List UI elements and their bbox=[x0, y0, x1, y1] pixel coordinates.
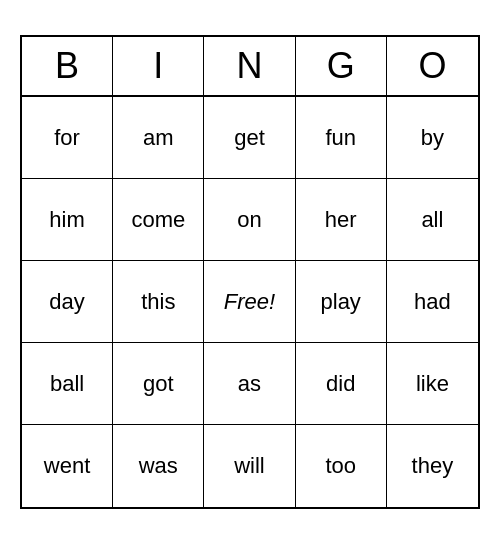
header-letter-i: I bbox=[113, 37, 204, 95]
bingo-cell-r2-c2: Free! bbox=[204, 261, 295, 343]
bingo-cell-r1-c2: on bbox=[204, 179, 295, 261]
bingo-cell-r3-c4: like bbox=[387, 343, 478, 425]
bingo-cell-r2-c4: had bbox=[387, 261, 478, 343]
bingo-cell-r2-c1: this bbox=[113, 261, 204, 343]
bingo-cell-r2-c0: day bbox=[22, 261, 113, 343]
bingo-cell-r1-c1: come bbox=[113, 179, 204, 261]
bingo-cell-r4-c2: will bbox=[204, 425, 295, 507]
bingo-cell-r1-c4: all bbox=[387, 179, 478, 261]
bingo-cell-r0-c3: fun bbox=[296, 97, 387, 179]
header-letter-o: O bbox=[387, 37, 478, 95]
header-letter-g: G bbox=[296, 37, 387, 95]
bingo-cell-r4-c1: was bbox=[113, 425, 204, 507]
bingo-header: BINGO bbox=[22, 37, 478, 97]
bingo-cell-r3-c0: ball bbox=[22, 343, 113, 425]
header-letter-b: B bbox=[22, 37, 113, 95]
bingo-cell-r3-c3: did bbox=[296, 343, 387, 425]
bingo-cell-r1-c0: him bbox=[22, 179, 113, 261]
bingo-cell-r3-c2: as bbox=[204, 343, 295, 425]
bingo-cell-r0-c4: by bbox=[387, 97, 478, 179]
bingo-cell-r4-c4: they bbox=[387, 425, 478, 507]
bingo-cell-r0-c1: am bbox=[113, 97, 204, 179]
bingo-cell-r4-c0: went bbox=[22, 425, 113, 507]
bingo-cell-r0-c0: for bbox=[22, 97, 113, 179]
header-letter-n: N bbox=[204, 37, 295, 95]
bingo-cell-r1-c3: her bbox=[296, 179, 387, 261]
bingo-card: BINGO foramgetfunbyhimcomeonheralldaythi… bbox=[20, 35, 480, 509]
bingo-cell-r4-c3: too bbox=[296, 425, 387, 507]
bingo-cell-r2-c3: play bbox=[296, 261, 387, 343]
bingo-grid: foramgetfunbyhimcomeonheralldaythisFree!… bbox=[22, 97, 478, 507]
bingo-cell-r0-c2: get bbox=[204, 97, 295, 179]
bingo-cell-r3-c1: got bbox=[113, 343, 204, 425]
